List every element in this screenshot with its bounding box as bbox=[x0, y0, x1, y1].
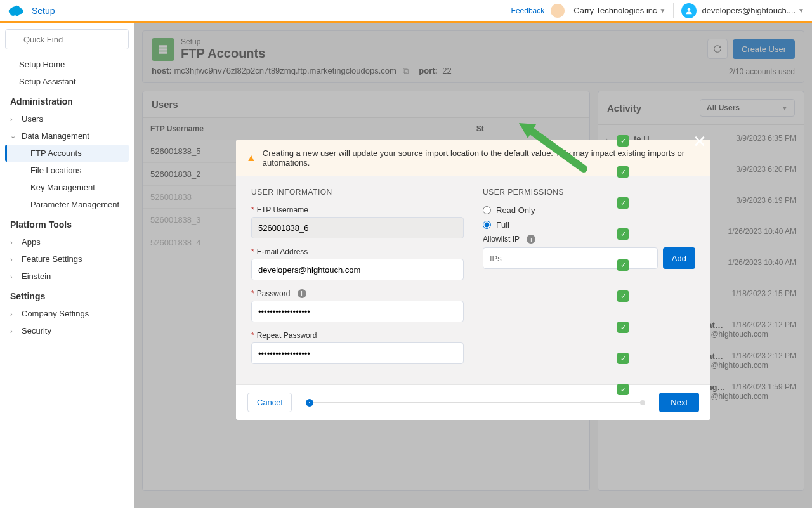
chevron-right-icon: › bbox=[10, 238, 19, 246]
password-label: Password bbox=[257, 289, 291, 298]
chevron-right-icon: › bbox=[10, 327, 19, 335]
sidebar-heading-platform-tools: Platform Tools bbox=[5, 213, 129, 233]
user-dropdown-caret-icon[interactable]: ▼ bbox=[798, 7, 804, 14]
sidebar-item-data-management[interactable]: ⌄Data Management bbox=[5, 127, 129, 145]
org-dropdown-caret-icon[interactable]: ▼ bbox=[660, 7, 666, 14]
sidebar-item-file-locations[interactable]: File Locations bbox=[5, 162, 129, 179]
sidebar-item-einstein[interactable]: ›Einstein bbox=[5, 268, 129, 285]
sidebar-item-feature-settings[interactable]: ›Feature Settings bbox=[5, 251, 129, 268]
email-input[interactable] bbox=[251, 259, 464, 280]
progress-step-2 bbox=[640, 400, 645, 405]
sidebar-item-apps[interactable]: ›Apps bbox=[5, 233, 129, 251]
check-badge-icon: ✓ bbox=[617, 166, 629, 178]
check-badge-icon: ✓ bbox=[617, 322, 629, 333]
warning-icon: ▲ bbox=[246, 152, 256, 164]
info-icon[interactable]: i bbox=[527, 235, 535, 244]
check-badge-icon: ✓ bbox=[617, 384, 629, 395]
sidebar-item-setup-home[interactable]: Setup Home bbox=[5, 56, 129, 73]
top-header: Setup Feedback Carry Technologies inc ▼ … bbox=[0, 0, 812, 23]
email-label: E-mail Address bbox=[257, 247, 308, 256]
check-badge-icon: ✓ bbox=[617, 228, 629, 240]
feedback-link[interactable]: Feedback bbox=[511, 6, 545, 15]
quick-find-input[interactable] bbox=[5, 29, 129, 49]
next-button[interactable]: Next bbox=[659, 393, 699, 412]
repeat-password-input[interactable] bbox=[251, 342, 464, 364]
sidebar-item-users[interactable]: ›Users bbox=[5, 110, 129, 127]
sidebar-item-setup-assistant[interactable]: Setup Assistant bbox=[5, 73, 129, 90]
sidebar-heading-administration: Administration bbox=[5, 90, 129, 110]
setup-label[interactable]: Setup bbox=[32, 6, 55, 16]
sidebar-item-company-settings[interactable]: ›Company Settings bbox=[5, 305, 129, 322]
check-badge-icon: ✓ bbox=[617, 197, 629, 209]
svg-point-0 bbox=[688, 8, 691, 11]
progress-step-1 bbox=[306, 399, 313, 407]
full-radio[interactable]: Full bbox=[483, 220, 695, 230]
salesforce-logo-icon bbox=[8, 5, 24, 16]
user-avatar-icon[interactable] bbox=[681, 3, 697, 18]
sidebar: 🔍 Setup Home Setup Assistant Administrat… bbox=[0, 23, 134, 508]
close-modal-icon[interactable]: ✕ bbox=[693, 132, 707, 152]
read-only-radio[interactable]: Read Only bbox=[483, 205, 695, 215]
wizard-progress bbox=[292, 402, 659, 403]
modal-warning-banner: ▲ Creating a new user will update your s… bbox=[236, 140, 710, 176]
modal-overlay: ✕ ▲ Creating a new user will update your… bbox=[134, 23, 812, 508]
chevron-right-icon: › bbox=[10, 115, 19, 123]
check-badge-icon: ✓ bbox=[617, 259, 629, 271]
user-perms-heading: USER PERMISSIONS bbox=[483, 188, 695, 197]
chevron-right-icon: › bbox=[10, 273, 19, 280]
chevron-down-icon: ⌄ bbox=[10, 132, 19, 140]
allowlist-label: Allowlist IP bbox=[483, 235, 520, 244]
astro-icon[interactable] bbox=[551, 4, 565, 18]
cancel-button[interactable]: Cancel bbox=[247, 393, 292, 412]
user-email[interactable]: developers@hightouch.... bbox=[702, 6, 796, 15]
sidebar-item-key-management[interactable]: Key Management bbox=[5, 179, 129, 196]
repeat-password-label: Repeat Password bbox=[257, 331, 317, 340]
allowlist-ips-input[interactable] bbox=[483, 247, 658, 269]
ftp-username-label: FTP Username bbox=[257, 205, 308, 214]
org-name[interactable]: Carry Technologies inc bbox=[573, 6, 657, 15]
add-ip-button[interactable]: Add bbox=[663, 247, 695, 269]
chevron-right-icon: › bbox=[10, 256, 19, 263]
sidebar-item-parameter-management[interactable]: Parameter Management bbox=[5, 196, 129, 213]
create-user-modal: ▲ Creating a new user will update your s… bbox=[236, 140, 710, 420]
header-divider bbox=[673, 3, 674, 18]
user-info-heading: USER INFORMATION bbox=[251, 188, 464, 197]
svg-marker-6 bbox=[519, 123, 536, 138]
sidebar-item-security[interactable]: ›Security bbox=[5, 322, 129, 339]
sidebar-item-ftp-accounts[interactable]: FTP Accounts bbox=[5, 145, 129, 162]
info-icon[interactable]: i bbox=[298, 289, 306, 298]
password-input[interactable] bbox=[251, 301, 464, 322]
ftp-username-input bbox=[251, 217, 464, 238]
check-badge-icon: ✓ bbox=[617, 353, 629, 364]
chevron-right-icon: › bbox=[10, 310, 19, 318]
check-badge-icon: ✓ bbox=[617, 135, 629, 147]
sidebar-heading-settings: Settings bbox=[5, 285, 129, 305]
check-badge-icon: ✓ bbox=[617, 290, 629, 302]
